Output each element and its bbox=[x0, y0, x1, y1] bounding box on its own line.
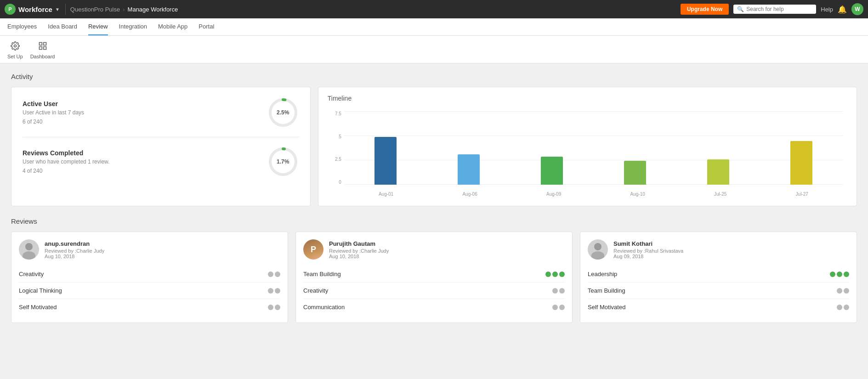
x-label-jul-25: Jul-25 bbox=[714, 192, 726, 197]
upgrade-button[interactable]: Upgrade Now bbox=[681, 4, 729, 15]
search-input[interactable] bbox=[746, 6, 812, 12]
bar-aug-09 bbox=[511, 157, 594, 185]
reviews-completed-percent: 1.7% bbox=[277, 158, 289, 165]
active-user-label: Active User bbox=[23, 100, 84, 107]
help-link[interactable]: Help bbox=[821, 6, 833, 13]
review-item-3-3: Self Motivated bbox=[588, 299, 849, 315]
toolbar: Set Up Dashboard bbox=[0, 36, 868, 63]
avatar-2: P bbox=[303, 239, 323, 260]
breadcrumb-app[interactable]: QuestionPro Pulse bbox=[70, 6, 120, 13]
active-user-block: Active User User Active in last 7 days 6… bbox=[23, 96, 299, 137]
breadcrumb-separator: › bbox=[123, 6, 125, 13]
bar-jul-25-rect bbox=[707, 159, 729, 185]
review-item-2-3: Communication bbox=[303, 299, 565, 315]
bar-aug-06-rect bbox=[458, 154, 480, 185]
dot-4 bbox=[275, 288, 280, 294]
active-user-percent: 2.5% bbox=[277, 109, 289, 116]
svg-rect-1 bbox=[39, 43, 42, 45]
activity-title: Activity bbox=[11, 73, 857, 80]
app-dropdown-icon[interactable]: ▼ bbox=[55, 7, 60, 12]
bar-jul-25 bbox=[676, 159, 760, 185]
nav-employees[interactable]: Employees bbox=[7, 18, 37, 35]
bar-aug-10 bbox=[593, 161, 676, 185]
reviews-completed-count: 4 of 240 bbox=[23, 168, 109, 174]
toolbar-dashboard-label: Dashboard bbox=[30, 54, 55, 59]
bar-jul-27 bbox=[760, 141, 843, 185]
svg-rect-3 bbox=[39, 47, 42, 50]
review-item-2-1: Team Building bbox=[303, 266, 565, 283]
dot-8 bbox=[552, 272, 558, 277]
dot-17 bbox=[837, 288, 842, 294]
review-name-3: Sumit Kothari bbox=[613, 240, 683, 247]
review-header-2: P Purujith Gautam Reviewed by :Charlie J… bbox=[303, 239, 565, 260]
nav-idea-board[interactable]: Idea Board bbox=[48, 18, 77, 35]
review-name-1: anup.surendran bbox=[45, 240, 104, 247]
breadcrumb: QuestionPro Pulse › Manage Workforce bbox=[70, 6, 178, 13]
dot-19 bbox=[837, 305, 842, 310]
dot-3 bbox=[268, 288, 273, 294]
top-nav-right: Upgrade Now 🔍 Help 🔔 W bbox=[681, 3, 863, 15]
review-item-1-3: Self Motivated bbox=[19, 299, 280, 315]
review-item-1-2: Logical Thinking bbox=[19, 283, 280, 299]
logo[interactable]: P Workforce ▼ bbox=[5, 4, 66, 15]
dot-11 bbox=[559, 288, 565, 294]
nav-integration[interactable]: Integration bbox=[119, 18, 147, 35]
dot-16 bbox=[844, 272, 849, 277]
svg-rect-2 bbox=[43, 43, 46, 45]
review-info-1: anup.surendran Reviewed by :Charlie Judy… bbox=[45, 240, 104, 259]
review-label-leadership-3: Leadership bbox=[588, 271, 617, 277]
gear-icon bbox=[9, 40, 22, 52]
nav-portal[interactable]: Portal bbox=[199, 18, 214, 35]
nav-mobile-app[interactable]: Mobile App bbox=[158, 18, 187, 35]
bar-aug-01 bbox=[344, 137, 427, 185]
timeline-card: Timeline 0 2.5 5 7.5 bbox=[318, 87, 857, 206]
review-label-creativity-2: Creativity bbox=[303, 287, 328, 294]
review-by-3: Reviewed by :Rahul Srivastava bbox=[613, 248, 683, 254]
dot-2 bbox=[275, 272, 280, 277]
avatar-1 bbox=[19, 239, 39, 260]
reviews-section: Reviews anup.surendran Reviewed by :Char… bbox=[11, 217, 857, 323]
toolbar-setup[interactable]: Set Up bbox=[7, 40, 23, 59]
dashboard-icon bbox=[36, 40, 49, 52]
review-card-3: Sumit Kothari Reviewed by :Rahul Srivast… bbox=[580, 232, 857, 323]
user-avatar[interactable]: W bbox=[851, 3, 863, 15]
review-label-creativity-1: Creativity bbox=[19, 271, 44, 277]
avatar-3 bbox=[588, 239, 608, 260]
review-by-1: Reviewed by :Charlie Judy bbox=[45, 248, 104, 254]
svg-point-0 bbox=[14, 45, 16, 47]
review-date-3: Aug 09, 2018 bbox=[613, 254, 683, 259]
y-label-7-5: 7.5 bbox=[328, 111, 343, 116]
top-nav: P Workforce ▼ QuestionPro Pulse › Manage… bbox=[0, 0, 868, 18]
dot-15 bbox=[837, 272, 842, 277]
toolbar-dashboard[interactable]: Dashboard bbox=[30, 40, 55, 59]
search-box[interactable]: 🔍 bbox=[733, 5, 816, 14]
y-label-0: 0 bbox=[328, 180, 343, 185]
x-axis-labels: Aug-01 Aug-06 Aug-09 Aug-10 Jul-25 Jul-2… bbox=[344, 189, 843, 197]
notifications-icon[interactable]: 🔔 bbox=[838, 5, 847, 14]
review-label-comm-2: Communication bbox=[303, 304, 345, 311]
bars-container bbox=[344, 111, 843, 185]
stats-card: Active User User Active in last 7 days 6… bbox=[11, 87, 311, 206]
x-label-aug-06: Aug-06 bbox=[462, 192, 477, 197]
dot-5 bbox=[268, 305, 273, 310]
logo-circle: P bbox=[5, 4, 16, 15]
dots-comm-2 bbox=[552, 305, 565, 310]
review-item-2-2: Creativity bbox=[303, 283, 565, 299]
review-card-1: anup.surendran Reviewed by :Charlie Judy… bbox=[11, 232, 288, 323]
dot-10 bbox=[552, 288, 558, 294]
review-label-team-2: Team Building bbox=[303, 271, 341, 277]
main-content: Activity Active User User Active in last… bbox=[0, 63, 868, 332]
timeline-title: Timeline bbox=[328, 95, 847, 102]
nav-review[interactable]: Review bbox=[88, 18, 108, 35]
dot-9 bbox=[559, 272, 565, 277]
review-item-1-1: Creativity bbox=[19, 266, 280, 283]
active-user-count: 6 of 240 bbox=[23, 119, 84, 125]
dots-self-3 bbox=[837, 305, 849, 310]
review-info-3: Sumit Kothari Reviewed by :Rahul Srivast… bbox=[613, 240, 683, 259]
y-axis-labels: 0 2.5 5 7.5 bbox=[328, 111, 343, 185]
reviews-completed-label: Reviews Completed bbox=[23, 149, 109, 157]
dots-team-2 bbox=[545, 272, 565, 277]
dot-6 bbox=[275, 305, 280, 310]
review-name-2: Purujith Gautam bbox=[329, 240, 389, 247]
y-label-5: 5 bbox=[328, 134, 343, 139]
